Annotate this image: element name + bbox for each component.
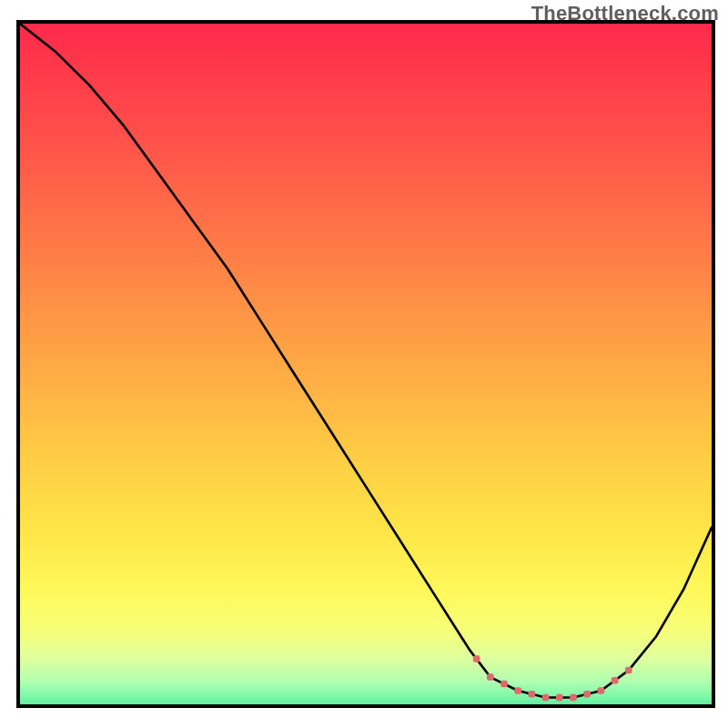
optimal-marker bbox=[473, 655, 480, 662]
plot-area bbox=[16, 20, 715, 708]
watermark-text: TheBottleneck.com bbox=[531, 2, 719, 25]
optimal-marker bbox=[583, 691, 591, 697]
curve-line bbox=[20, 24, 712, 698]
optimal-markers bbox=[473, 655, 632, 701]
optimal-marker bbox=[598, 687, 605, 693]
optimal-marker bbox=[514, 687, 521, 693]
optimal-marker bbox=[570, 694, 577, 701]
optimal-marker bbox=[487, 673, 494, 680]
chart-container: TheBottleneck.com bbox=[0, 0, 728, 728]
optimal-marker bbox=[500, 681, 508, 687]
optimal-marker bbox=[556, 694, 563, 701]
optimal-marker bbox=[529, 691, 536, 697]
bottleneck-curve bbox=[20, 24, 712, 704]
optimal-marker bbox=[542, 694, 550, 701]
optimal-marker bbox=[625, 667, 632, 673]
optimal-marker bbox=[612, 677, 619, 683]
